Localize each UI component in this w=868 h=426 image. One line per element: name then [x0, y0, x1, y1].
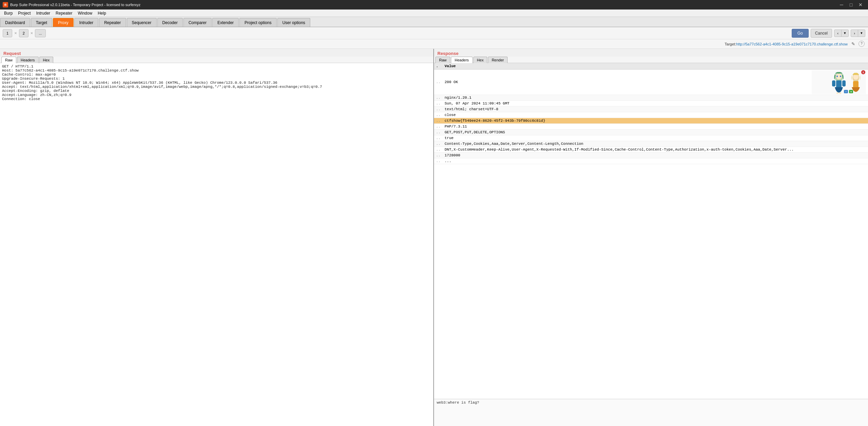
response-header: Response: [434, 49, 868, 57]
row-extra: [800, 112, 868, 118]
menu-project[interactable]: Project: [15, 9, 33, 17]
nav-tab-1[interactable]: 1: [3, 29, 12, 37]
row-indicator: ..: [434, 101, 442, 106]
response-row: ..close: [434, 112, 868, 118]
svg-rect-8: [836, 92, 839, 94]
row-indicator: ..: [434, 118, 442, 124]
row-value: GET,POST,PUT,DELETE,OPTIONS: [442, 130, 800, 135]
row-value: ...: [442, 158, 800, 164]
request-tabs: Raw Headers Hex: [0, 57, 433, 63]
menu-window[interactable]: Window: [75, 9, 95, 17]
svg-rect-6: [832, 80, 835, 86]
svg-point-4: [840, 76, 841, 77]
help-button[interactable]: ?: [859, 41, 865, 47]
row-indicator: ..: [434, 135, 442, 141]
target-bar: Target: http://5a77c562-a4c1-4085-9c15-a…: [0, 39, 868, 49]
row-indicator: ..: [434, 153, 442, 158]
target-url[interactable]: http://5a77c562-a4c1-4085-9c15-a19e071c7…: [736, 42, 848, 46]
tab-sequencer[interactable]: Sequencer: [127, 18, 157, 27]
nav-tab-2[interactable]: 2: [19, 29, 28, 37]
row-extra: [800, 147, 868, 153]
col-indicator: .: [434, 63, 442, 70]
row-indicator: ..: [434, 141, 442, 147]
response-tabs: Raw Headers Hex Render: [434, 57, 868, 63]
tab-extender[interactable]: Extender: [212, 18, 239, 27]
svg-text:S: S: [863, 71, 864, 74]
response-tab-hex[interactable]: Hex: [473, 57, 488, 63]
request-header: Request: [0, 49, 433, 57]
menu-help[interactable]: Help: [95, 9, 109, 17]
row-extra: [800, 124, 868, 130]
row-extra: S + ♥: [800, 70, 868, 95]
tab-proxy[interactable]: Proxy: [53, 18, 74, 27]
row-value: Sun, 07 Apr 2024 11:09:45 GMT: [442, 101, 800, 106]
title-bar: B Burp Suite Professional v2.0.11beta - …: [0, 0, 868, 9]
nav-prev-group: ‹ ▾: [834, 30, 849, 37]
target-icons: ✎ ?: [850, 41, 865, 47]
tab-comparer[interactable]: Comparer: [183, 18, 212, 27]
menu-intruder[interactable]: Intruder: [34, 9, 53, 17]
nav-tab-more[interactable]: ...: [35, 29, 45, 37]
row-extra: [800, 106, 868, 112]
request-panel: Request Raw Headers Hex GET / HTTP/1.1 H…: [0, 49, 434, 426]
row-value: Content-Type,Cookies,Aaa,Date,Server,Con…: [442, 141, 800, 147]
title-bar-controls[interactable]: ─ □ ✕: [837, 0, 865, 9]
nav-tab-sep: ×: [14, 31, 17, 36]
response-tab-render[interactable]: Render: [488, 57, 508, 63]
tab-intruder[interactable]: Intruder: [74, 18, 98, 27]
tab-repeater[interactable]: Repeater: [99, 18, 126, 27]
target-label: Target:: [725, 42, 736, 46]
svg-rect-9: [839, 92, 841, 94]
menu-burp[interactable]: Burp: [1, 9, 15, 17]
menu-bar: Burp Project Intruder Repeater Window He…: [0, 9, 868, 17]
row-value: nginx/1.20.1: [442, 95, 800, 101]
nav-next-dropdown[interactable]: ▾: [858, 30, 865, 37]
row-value: true: [442, 135, 800, 141]
menu-repeater[interactable]: Repeater: [53, 9, 75, 17]
row-value: 1728000: [442, 153, 800, 158]
main-content: Request Raw Headers Hex GET / HTTP/1.1 H…: [0, 49, 868, 426]
go-button[interactable]: Go: [792, 29, 809, 38]
svg-point-3: [836, 76, 838, 77]
response-table: . Value ..200 OK: [434, 63, 868, 399]
response-row: ..text/html; charset=UTF-8: [434, 106, 868, 112]
row-value: ctfshow{f549ee24-8620-45f2-943b-79f90cc6…: [442, 118, 800, 124]
response-row: ..nginx/1.20.1: [434, 95, 868, 101]
request-tab-raw[interactable]: Raw: [1, 57, 16, 63]
row-indicator: ..: [434, 158, 442, 164]
row-indicator: ..: [434, 106, 442, 112]
response-tab-raw[interactable]: Raw: [435, 57, 450, 63]
response-row: .....: [434, 158, 868, 164]
nav-tab-sep2: ×: [31, 31, 33, 36]
response-row: ..ctfshow{f549ee24-8620-45f2-943b-79f90c…: [434, 118, 868, 124]
minimize-button[interactable]: ─: [837, 0, 846, 9]
edit-target-button[interactable]: ✎: [850, 41, 856, 47]
response-row: ..Sun, 07 Apr 2024 11:09:45 GMT: [434, 101, 868, 106]
nav-prev-dropdown[interactable]: ▾: [841, 30, 849, 37]
response-body: web3:where is flag?: [434, 399, 868, 426]
response-tab-headers[interactable]: Headers: [451, 57, 473, 63]
response-row: ..PHP/7.3.11: [434, 124, 868, 130]
app-icon: B: [3, 2, 8, 7]
row-indicator: ..: [434, 70, 442, 95]
tab-user-options[interactable]: User options: [277, 18, 310, 27]
tab-decoder[interactable]: Decoder: [157, 18, 183, 27]
tab-dashboard[interactable]: Dashboard: [0, 18, 30, 27]
col-image-space: [800, 63, 868, 70]
nav-next-button[interactable]: ›: [851, 30, 858, 37]
maximize-button[interactable]: □: [846, 0, 856, 9]
row-value: close: [442, 112, 800, 118]
request-tab-headers[interactable]: Headers: [17, 57, 39, 63]
cancel-button[interactable]: Cancel: [811, 29, 832, 38]
request-content[interactable]: GET / HTTP/1.1 Host: 5a77c562-a4c1-4085-…: [0, 63, 433, 426]
row-extra: [800, 141, 868, 147]
request-tab-hex[interactable]: Hex: [39, 57, 54, 63]
row-value: text/html; charset=UTF-8: [442, 106, 800, 112]
close-button[interactable]: ✕: [856, 0, 865, 9]
tab-project-options[interactable]: Project options: [239, 18, 276, 27]
row-value: DNT,X-CustomHeader,Keep-Alive,User-Agent…: [442, 147, 800, 153]
nav-prev-button[interactable]: ‹: [834, 30, 842, 37]
response-row: ..DNT,X-CustomHeader,Keep-Alive,User-Age…: [434, 147, 868, 153]
row-value: PHP/7.3.11: [442, 124, 800, 130]
tab-target[interactable]: Target: [31, 18, 52, 27]
